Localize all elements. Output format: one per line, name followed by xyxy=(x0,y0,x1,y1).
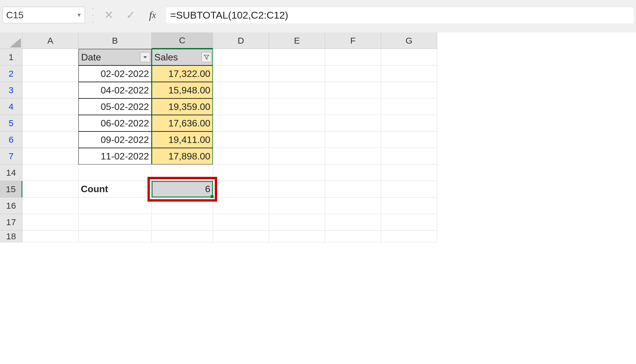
cell[interactable] xyxy=(269,148,325,164)
row-header-17[interactable]: 17 xyxy=(0,214,22,230)
cell[interactable] xyxy=(213,197,269,214)
cell[interactable] xyxy=(381,82,437,98)
cell[interactable] xyxy=(269,214,325,230)
cell[interactable] xyxy=(325,65,381,82)
cell[interactable] xyxy=(269,230,325,242)
cell-C6[interactable]: 19,411.00 xyxy=(152,131,213,148)
chevron-down-icon[interactable]: ▼ xyxy=(76,12,82,18)
cell[interactable] xyxy=(325,214,381,230)
cell[interactable] xyxy=(22,214,78,230)
cell-E1[interactable] xyxy=(269,49,325,65)
cell[interactable] xyxy=(325,82,381,98)
cell[interactable] xyxy=(381,197,437,214)
cell-C7[interactable]: 17,898.00 xyxy=(152,148,213,164)
cell[interactable] xyxy=(269,98,325,115)
cell[interactable] xyxy=(325,181,381,197)
col-header-A[interactable]: A xyxy=(22,32,78,49)
cell-B5[interactable]: 06-02-2022 xyxy=(78,115,152,131)
cell-C3[interactable]: 15,948.00 xyxy=(152,82,213,98)
cell[interactable] xyxy=(213,115,269,131)
cell[interactable] xyxy=(213,164,269,181)
cell[interactable] xyxy=(325,164,381,181)
cell[interactable] xyxy=(22,197,78,214)
cell[interactable] xyxy=(78,197,152,214)
cell[interactable] xyxy=(325,98,381,115)
cell[interactable] xyxy=(213,230,269,242)
cell-G1[interactable] xyxy=(381,49,437,65)
cell[interactable] xyxy=(325,131,381,148)
col-header-G[interactable]: G xyxy=(381,32,437,49)
cell[interactable] xyxy=(269,197,325,214)
cell-A3[interactable] xyxy=(22,82,78,98)
cell[interactable] xyxy=(381,65,437,82)
cell-B4[interactable]: 05-02-2022 xyxy=(78,98,152,115)
row-header-2[interactable]: 2 xyxy=(0,65,22,82)
cell[interactable] xyxy=(78,214,152,230)
cell[interactable] xyxy=(381,181,437,197)
cell-F1[interactable] xyxy=(325,49,381,65)
col-header-E[interactable]: E xyxy=(269,32,325,49)
cell[interactable] xyxy=(213,181,269,197)
cell[interactable] xyxy=(325,148,381,164)
cell-C1[interactable]: Sales xyxy=(152,49,213,65)
cell[interactable] xyxy=(152,197,213,214)
cell[interactable] xyxy=(152,230,213,242)
cell-A15[interactable] xyxy=(22,181,78,197)
cell-B7[interactable]: 11-02-2022 xyxy=(78,148,152,164)
col-header-C[interactable]: C xyxy=(152,32,213,49)
cell-A1[interactable] xyxy=(22,49,78,65)
cell-B15[interactable]: Count xyxy=(78,181,152,197)
row-header-4[interactable]: 4 xyxy=(0,98,22,115)
row-header-15[interactable]: 15 xyxy=(0,181,22,197)
cell[interactable] xyxy=(152,214,213,230)
cell[interactable] xyxy=(213,131,269,148)
cell[interactable] xyxy=(381,230,437,242)
cell[interactable] xyxy=(325,230,381,242)
cell-C15[interactable]: 6 xyxy=(152,181,213,197)
select-all-corner[interactable] xyxy=(0,32,22,49)
row-header-18[interactable]: 18 xyxy=(0,230,22,242)
cell[interactable] xyxy=(213,214,269,230)
spreadsheet-grid[interactable]: A B C D E F G 1 2 3 4 5 6 7 14 15 16 17 … xyxy=(0,32,636,364)
formula-input[interactable]: =SUBTOTAL(102,C2:C12) xyxy=(166,7,634,23)
cell[interactable] xyxy=(381,115,437,131)
filter-dropdown-icon[interactable] xyxy=(140,52,150,62)
row-header-16[interactable]: 16 xyxy=(0,197,22,214)
cell[interactable] xyxy=(325,115,381,131)
cell-A7[interactable] xyxy=(22,148,78,164)
cell-C4[interactable]: 19,359.00 xyxy=(152,98,213,115)
cell-B2[interactable]: 02-02-2022 xyxy=(78,65,152,82)
row-header-14[interactable]: 14 xyxy=(0,164,22,181)
cell-A4[interactable] xyxy=(22,98,78,115)
cell[interactable] xyxy=(381,148,437,164)
cell[interactable] xyxy=(269,82,325,98)
row-header-1[interactable]: 1 xyxy=(0,49,22,65)
cell[interactable] xyxy=(269,131,325,148)
cell-A2[interactable] xyxy=(22,65,78,82)
col-header-F[interactable]: F xyxy=(325,32,381,49)
cell[interactable] xyxy=(213,148,269,164)
cell-A6[interactable] xyxy=(22,131,78,148)
cell[interactable] xyxy=(269,65,325,82)
cell[interactable] xyxy=(381,164,437,181)
cell[interactable] xyxy=(269,115,325,131)
row-header-7[interactable]: 7 xyxy=(0,148,22,164)
row-header-3[interactable]: 3 xyxy=(0,82,22,98)
cell[interactable] xyxy=(213,65,269,82)
row-header-6[interactable]: 6 xyxy=(0,131,22,148)
cell-B3[interactable]: 04-02-2022 xyxy=(78,82,152,98)
col-header-D[interactable]: D xyxy=(213,32,269,49)
cell[interactable] xyxy=(213,98,269,115)
cell-B6[interactable]: 09-02-2022 xyxy=(78,131,152,148)
cell[interactable] xyxy=(213,82,269,98)
cell[interactable] xyxy=(269,164,325,181)
row-header-5[interactable]: 5 xyxy=(0,115,22,131)
cell-D1[interactable] xyxy=(213,49,269,65)
cell[interactable] xyxy=(381,214,437,230)
cell-C14[interactable] xyxy=(152,164,213,181)
cell-A5[interactable] xyxy=(22,115,78,131)
cell[interactable] xyxy=(381,131,437,148)
cell[interactable] xyxy=(78,230,152,242)
cell[interactable] xyxy=(22,230,78,242)
name-box[interactable]: C15 ▼ xyxy=(2,7,85,23)
